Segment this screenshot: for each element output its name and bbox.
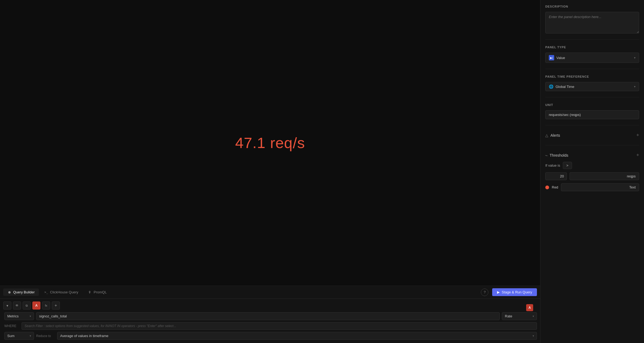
reduce-row: Sum ▾ Reduce to Average of values in tim… — [4, 332, 537, 340]
thresholds-section-header[interactable]: ⏦ Thresholds + — [545, 151, 639, 159]
divider-2 — [545, 69, 639, 69]
divider-3 — [545, 97, 639, 97]
preview-area: 47.1 req/s — [0, 0, 540, 286]
query-fields: Metrics ▾ signoz_calls_total Rate ▾ WHER… — [4, 312, 537, 340]
global-time-select[interactable]: 🌐 Global Time ▾ — [545, 82, 639, 91]
threshold-value-row: reqps — [545, 172, 639, 180]
panel-type-label: PANEL TYPE — [545, 46, 639, 49]
metrics-type-chevron: ▾ — [30, 315, 31, 318]
threshold-text-display: Text — [561, 183, 639, 191]
threshold-color-row: Red Text — [545, 183, 639, 191]
global-time-chevron: ▾ — [634, 85, 636, 88]
where-row: WHERE Search Filter : select options fro… — [4, 322, 537, 330]
thresholds-add-icon: + — [636, 152, 639, 158]
panel-time-label: PANEL TIME PREFERENCE — [545, 75, 639, 78]
reduce-type-select[interactable]: Average of values in timeframe ▾ — [57, 332, 537, 340]
panel-type-value: Value — [556, 56, 565, 60]
metric-display-value: 47.1 req/s — [235, 134, 305, 152]
panel-type-section: PANEL TYPE ▶| Value ▾ — [545, 46, 639, 63]
rate-select[interactable]: Rate ▾ — [502, 312, 537, 320]
reduce-label: Reduce to — [36, 334, 55, 338]
thresholds-icon: ⏦ — [545, 153, 547, 157]
divider-1 — [545, 39, 639, 40]
globe-icon: 🌐 — [549, 84, 553, 89]
promql-icon: 🎙 — [88, 290, 92, 294]
help-button[interactable]: ? — [481, 289, 488, 296]
right-panel: DESCRIPTION PANEL TYPE ▶| Value ▾ PANEL … — [540, 0, 644, 343]
metric-name-input[interactable]: signoz_calls_total — [36, 312, 500, 320]
query-tabs-bar: ⊗ Query Builder >_ ClickHouse Query 🎙 Pr… — [0, 286, 540, 299]
threshold-color-label: Red — [552, 185, 558, 189]
help-icon: ? — [484, 290, 486, 294]
alerts-section-header[interactable]: △ Alerts + — [545, 131, 639, 139]
aggregation-select[interactable]: Sum ▾ — [4, 332, 34, 340]
clickhouse-icon: >_ — [44, 290, 48, 294]
unit-display: requests/sec (reqps) — [545, 110, 639, 119]
panel-time-section: PANEL TIME PREFERENCE 🌐 Global Time ▾ — [545, 75, 639, 91]
formula-button[interactable]: fx — [42, 301, 50, 310]
thresholds-body: If value is > reqps Red Text — [545, 162, 639, 191]
left-panel: 47.1 req/s ⊗ Query Builder >_ ClickHouse… — [0, 0, 540, 343]
where-label: WHERE — [4, 324, 19, 328]
visibility-toggle-button[interactable]: 👁 — [13, 301, 21, 310]
where-placeholder-text: Search Filter : select options from sugg… — [25, 324, 176, 328]
unit-label: UNIT — [545, 103, 639, 107]
threshold-unit-display: reqps — [570, 172, 639, 180]
rate-chevron: ▾ — [533, 315, 534, 318]
query-label-text: A — [35, 304, 38, 307]
description-label: DESCRIPTION — [545, 5, 639, 8]
threshold-operator-select[interactable]: > — [563, 162, 572, 169]
copy-icon: ⧉ — [26, 304, 28, 307]
query-builder-body: ▾ 👁 ⧉ A fx + A Met — [0, 299, 540, 343]
duplicate-button[interactable]: ⧉ — [23, 301, 31, 310]
query-badge: A — [526, 304, 533, 311]
dropdown-toggle-button[interactable]: ▾ — [3, 301, 11, 310]
aggregation-chevron: ▾ — [30, 334, 31, 337]
chevron-down-icon: ▾ — [6, 304, 8, 308]
tab-promql[interactable]: 🎙 PromQL — [84, 289, 111, 296]
reduce-value: Average of values in timeframe — [60, 334, 108, 338]
description-input[interactable] — [545, 12, 639, 33]
divider-4 — [545, 125, 639, 125]
alerts-title: Alerts — [550, 133, 560, 138]
add-icon: + — [54, 303, 57, 308]
query-toolbar-row: ▾ 👁 ⧉ A fx + A — [3, 301, 537, 310]
aggregation-label: Sum — [7, 334, 15, 338]
alerts-add-icon: + — [636, 132, 639, 138]
threshold-operator-value: > — [566, 163, 568, 167]
divider-5 — [545, 145, 639, 145]
tab-promql-label: PromQL — [94, 290, 107, 294]
alerts-icon: △ — [545, 133, 548, 138]
run-icon: ▶ — [497, 290, 500, 294]
metrics-row: Metrics ▾ signoz_calls_total Rate ▾ — [4, 312, 537, 320]
rate-label: Rate — [505, 314, 512, 318]
threshold-condition-text: If value is — [545, 163, 560, 167]
tab-query-builder[interactable]: ⊗ Query Builder — [3, 289, 39, 296]
formula-icon: fx — [45, 304, 47, 307]
query-label-button[interactable]: A — [32, 301, 40, 310]
panel-type-chevron: ▾ — [634, 56, 636, 60]
threshold-color-dot[interactable] — [545, 186, 549, 189]
panel-type-select[interactable]: ▶| Value ▾ — [545, 53, 639, 63]
eye-icon: 👁 — [15, 304, 19, 307]
tab-clickhouse-label: ClickHouse Query — [50, 290, 78, 294]
thresholds-title: Thresholds — [550, 153, 568, 157]
add-query-button[interactable]: + — [52, 301, 60, 310]
threshold-condition-row: If value is > — [545, 162, 639, 169]
query-builder-icon: ⊗ — [8, 290, 11, 294]
metrics-type-select[interactable]: Metrics ▾ — [4, 312, 34, 320]
run-query-label: Stage & Run Query — [502, 290, 532, 294]
run-query-button[interactable]: ▶ Stage & Run Query — [492, 288, 537, 296]
global-time-value: Global Time — [556, 85, 574, 89]
tab-clickhouse-query[interactable]: >_ ClickHouse Query — [40, 289, 83, 296]
threshold-value-input[interactable] — [545, 172, 567, 180]
where-filter-input[interactable]: Search Filter : select options from sugg… — [22, 322, 537, 330]
panel-type-icon: ▶| — [549, 55, 554, 60]
unit-section: UNIT requests/sec (reqps) — [545, 103, 639, 119]
metrics-type-label: Metrics — [7, 314, 19, 318]
reduce-chevron: ▾ — [533, 334, 534, 337]
tab-query-builder-label: Query Builder — [13, 290, 35, 294]
description-section: DESCRIPTION — [545, 5, 639, 33]
thresholds-section: ⏦ Thresholds + If value is > reqps Red T — [545, 151, 639, 191]
